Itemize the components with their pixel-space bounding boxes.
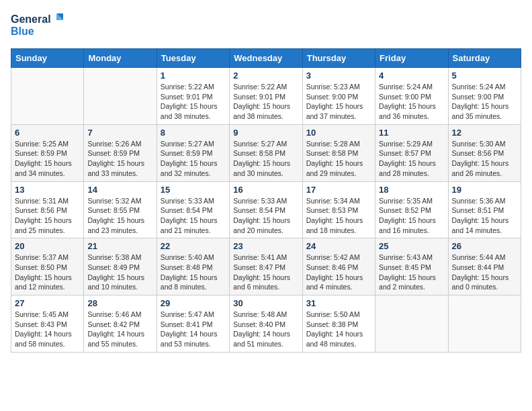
header-cell-tuesday: Tuesday	[157, 49, 229, 68]
day-number: 20	[15, 241, 80, 251]
day-detail: Sunrise: 5:26 AMSunset: 8:59 PMDaylight:…	[87, 139, 152, 179]
day-detail: Sunrise: 5:36 AMSunset: 8:51 PMDaylight:…	[452, 196, 517, 236]
week-row-3: 20Sunrise: 5:37 AMSunset: 8:50 PMDayligh…	[11, 238, 521, 295]
day-detail: Sunrise: 5:24 AMSunset: 9:00 PMDaylight:…	[452, 82, 517, 122]
day-cell: 27Sunrise: 5:45 AMSunset: 8:43 PMDayligh…	[11, 295, 84, 353]
day-number: 3	[306, 71, 371, 81]
day-number: 8	[161, 128, 226, 138]
day-detail: Sunrise: 5:32 AMSunset: 8:55 PMDaylight:…	[87, 196, 152, 236]
day-detail: Sunrise: 5:42 AMSunset: 8:46 PMDaylight:…	[306, 253, 371, 292]
day-number: 14	[87, 185, 152, 195]
day-cell: 5Sunrise: 5:24 AMSunset: 9:00 PMDaylight…	[448, 68, 521, 125]
day-cell: 16Sunrise: 5:33 AMSunset: 8:54 PMDayligh…	[230, 181, 302, 238]
day-number: 4	[379, 71, 444, 81]
header-cell-friday: Friday	[375, 49, 448, 68]
day-cell: 15Sunrise: 5:33 AMSunset: 8:54 PMDayligh…	[157, 181, 229, 238]
day-number: 1	[161, 71, 226, 81]
day-cell: 28Sunrise: 5:46 AMSunset: 8:42 PMDayligh…	[84, 295, 157, 353]
day-cell: 18Sunrise: 5:35 AMSunset: 8:52 PMDayligh…	[375, 181, 448, 238]
week-row-4: 27Sunrise: 5:45 AMSunset: 8:43 PMDayligh…	[11, 295, 521, 353]
day-number: 31	[306, 298, 371, 308]
day-cell: 11Sunrise: 5:29 AMSunset: 8:57 PMDayligh…	[375, 124, 448, 181]
day-number: 26	[452, 241, 517, 251]
day-number: 10	[306, 128, 371, 138]
day-cell: 7Sunrise: 5:26 AMSunset: 8:59 PMDaylight…	[84, 124, 157, 181]
day-detail: Sunrise: 5:46 AMSunset: 8:42 PMDaylight:…	[87, 310, 152, 349]
day-detail: Sunrise: 5:48 AMSunset: 8:40 PMDaylight:…	[233, 310, 298, 349]
day-detail: Sunrise: 5:33 AMSunset: 8:54 PMDaylight:…	[161, 196, 226, 236]
day-cell: 25Sunrise: 5:43 AMSunset: 8:45 PMDayligh…	[375, 238, 448, 295]
day-cell: 31Sunrise: 5:50 AMSunset: 8:38 PMDayligh…	[302, 295, 375, 353]
header-cell-sunday: Sunday	[11, 49, 84, 68]
svg-text:General: General	[11, 13, 51, 25]
day-cell: 10Sunrise: 5:28 AMSunset: 8:58 PMDayligh…	[302, 124, 375, 181]
day-cell: 19Sunrise: 5:36 AMSunset: 8:51 PMDayligh…	[448, 181, 521, 238]
header-cell-saturday: Saturday	[448, 49, 521, 68]
day-detail: Sunrise: 5:38 AMSunset: 8:49 PMDaylight:…	[87, 253, 152, 292]
calendar-header: SundayMondayTuesdayWednesdayThursdayFrid…	[11, 49, 521, 68]
day-cell: 26Sunrise: 5:44 AMSunset: 8:44 PMDayligh…	[448, 238, 521, 295]
calendar-table: SundayMondayTuesdayWednesdayThursdayFrid…	[11, 48, 521, 353]
day-detail: Sunrise: 5:50 AMSunset: 8:38 PMDaylight:…	[306, 310, 371, 349]
day-cell: 3Sunrise: 5:23 AMSunset: 9:00 PMDaylight…	[302, 68, 375, 125]
calendar-body: 1Sunrise: 5:22 AMSunset: 9:01 PMDaylight…	[11, 68, 521, 353]
day-cell	[84, 68, 157, 125]
day-cell: 22Sunrise: 5:40 AMSunset: 8:48 PMDayligh…	[157, 238, 229, 295]
day-detail: Sunrise: 5:24 AMSunset: 9:00 PMDaylight:…	[379, 82, 444, 122]
day-detail: Sunrise: 5:45 AMSunset: 8:43 PMDaylight:…	[15, 310, 80, 349]
logo: General Blue	[11, 11, 64, 40]
week-row-1: 6Sunrise: 5:25 AMSunset: 8:59 PMDaylight…	[11, 124, 521, 181]
day-cell: 1Sunrise: 5:22 AMSunset: 9:01 PMDaylight…	[157, 68, 229, 125]
header-cell-thursday: Thursday	[302, 49, 375, 68]
week-row-2: 13Sunrise: 5:31 AMSunset: 8:56 PMDayligh…	[11, 181, 521, 238]
day-detail: Sunrise: 5:35 AMSunset: 8:52 PMDaylight:…	[379, 196, 444, 236]
day-cell: 4Sunrise: 5:24 AMSunset: 9:00 PMDaylight…	[375, 68, 448, 125]
day-number: 6	[15, 128, 80, 138]
day-cell: 24Sunrise: 5:42 AMSunset: 8:46 PMDayligh…	[302, 238, 375, 295]
week-row-0: 1Sunrise: 5:22 AMSunset: 9:01 PMDaylight…	[11, 68, 521, 125]
day-detail: Sunrise: 5:43 AMSunset: 8:45 PMDaylight:…	[379, 253, 444, 292]
page-header: General Blue	[11, 11, 521, 40]
logo-svg: General Blue	[11, 11, 64, 40]
day-cell: 14Sunrise: 5:32 AMSunset: 8:55 PMDayligh…	[84, 181, 157, 238]
day-detail: Sunrise: 5:31 AMSunset: 8:56 PMDaylight:…	[15, 196, 80, 236]
day-detail: Sunrise: 5:41 AMSunset: 8:47 PMDaylight:…	[233, 253, 298, 292]
day-detail: Sunrise: 5:22 AMSunset: 9:01 PMDaylight:…	[161, 82, 226, 122]
day-cell: 21Sunrise: 5:38 AMSunset: 8:49 PMDayligh…	[84, 238, 157, 295]
day-detail: Sunrise: 5:47 AMSunset: 8:41 PMDaylight:…	[161, 310, 226, 349]
day-cell: 13Sunrise: 5:31 AMSunset: 8:56 PMDayligh…	[11, 181, 84, 238]
day-detail: Sunrise: 5:28 AMSunset: 8:58 PMDaylight:…	[306, 139, 371, 179]
day-number: 29	[161, 298, 226, 308]
day-cell: 8Sunrise: 5:27 AMSunset: 8:59 PMDaylight…	[157, 124, 229, 181]
day-detail: Sunrise: 5:29 AMSunset: 8:57 PMDaylight:…	[379, 139, 444, 179]
day-number: 30	[233, 298, 298, 308]
day-detail: Sunrise: 5:40 AMSunset: 8:48 PMDaylight:…	[161, 253, 226, 292]
day-detail: Sunrise: 5:30 AMSunset: 8:56 PMDaylight:…	[452, 139, 517, 179]
day-detail: Sunrise: 5:25 AMSunset: 8:59 PMDaylight:…	[15, 139, 80, 179]
day-detail: Sunrise: 5:27 AMSunset: 8:59 PMDaylight:…	[161, 139, 226, 179]
day-detail: Sunrise: 5:34 AMSunset: 8:53 PMDaylight:…	[306, 196, 371, 236]
day-number: 23	[233, 241, 298, 251]
day-number: 11	[379, 128, 444, 138]
day-cell	[11, 68, 84, 125]
day-number: 15	[161, 185, 226, 195]
day-cell	[375, 295, 448, 353]
day-number: 19	[452, 185, 517, 195]
day-cell: 2Sunrise: 5:22 AMSunset: 9:01 PMDaylight…	[230, 68, 302, 125]
day-cell: 29Sunrise: 5:47 AMSunset: 8:41 PMDayligh…	[157, 295, 229, 353]
day-number: 13	[15, 185, 80, 195]
day-cell: 20Sunrise: 5:37 AMSunset: 8:50 PMDayligh…	[11, 238, 84, 295]
day-cell: 23Sunrise: 5:41 AMSunset: 8:47 PMDayligh…	[230, 238, 302, 295]
day-detail: Sunrise: 5:37 AMSunset: 8:50 PMDaylight:…	[15, 253, 80, 292]
day-detail: Sunrise: 5:22 AMSunset: 9:01 PMDaylight:…	[233, 82, 298, 122]
day-detail: Sunrise: 5:44 AMSunset: 8:44 PMDaylight:…	[452, 253, 517, 292]
day-cell: 6Sunrise: 5:25 AMSunset: 8:59 PMDaylight…	[11, 124, 84, 181]
day-number: 28	[87, 298, 152, 308]
day-cell: 9Sunrise: 5:27 AMSunset: 8:58 PMDaylight…	[230, 124, 302, 181]
day-number: 7	[87, 128, 152, 138]
header-cell-monday: Monday	[84, 49, 157, 68]
day-number: 17	[306, 185, 371, 195]
day-cell: 30Sunrise: 5:48 AMSunset: 8:40 PMDayligh…	[230, 295, 302, 353]
day-number: 21	[87, 241, 152, 251]
day-detail: Sunrise: 5:23 AMSunset: 9:00 PMDaylight:…	[306, 82, 371, 122]
